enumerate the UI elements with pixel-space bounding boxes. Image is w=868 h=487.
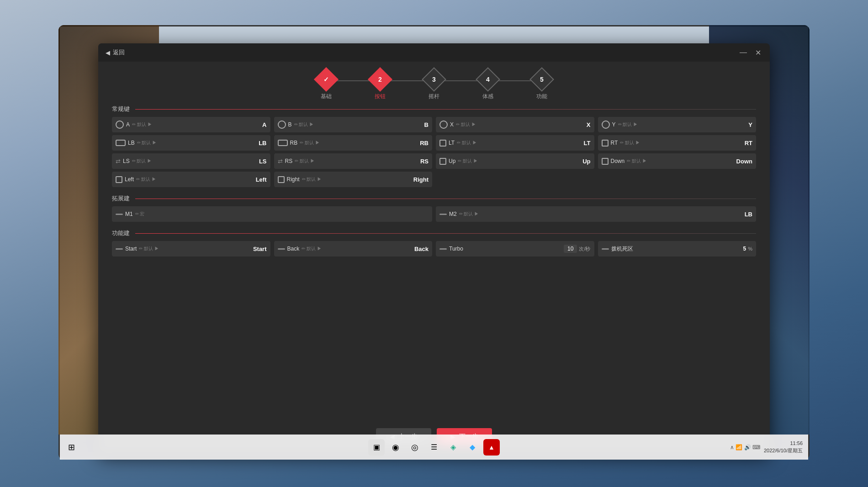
step-5-diamond: 5	[529, 67, 554, 92]
key-RB-edit[interactable]: ✏ 默认 ▶	[300, 140, 320, 146]
function-keys-header: 功能建	[112, 229, 756, 237]
key-Down-edit[interactable]: ✏ 默认 ▶	[627, 158, 647, 164]
taskbar: ⊞ ▣ ◉ ◎ ☰ ◈ ◆ ▲ ∧ 📶 🔊 ⌨ 11:56 2022/6/10/…	[60, 435, 808, 460]
key-B[interactable]: B ✏ 默认 ▶ B	[274, 117, 433, 132]
key-M2[interactable]: M2 ✏ 默认 ▶ LB	[436, 206, 756, 222]
key-RS-value: RS	[420, 158, 429, 165]
key-A[interactable]: A ✏ 默认 ▶ A	[112, 117, 270, 132]
key-Back-edit[interactable]: ✏ 默认 ▶	[302, 246, 322, 252]
key-Y-edit[interactable]: ✏ 默认 ▶	[618, 121, 638, 128]
key-RB[interactable]: RB ✏ 默认 ▶ RB	[274, 135, 433, 151]
key-A-value: A	[262, 121, 266, 128]
key-RB-value: RB	[420, 140, 429, 147]
regular-keys-title: 常规键	[112, 105, 135, 113]
step-3: 3 摇杆	[425, 71, 443, 100]
key-Right-name: Right	[287, 176, 300, 183]
key-Back-value: Back	[414, 246, 429, 252]
key-X-edit[interactable]: ✏ 默认 ▶	[456, 121, 476, 128]
key-deadzone[interactable]: 拨机死区 5 %	[598, 241, 757, 257]
function-keys-row: Start ✏ 默认 ▶ Start Back ✏ 默认 ▶ Back Turb…	[112, 241, 756, 257]
key-M1-edit[interactable]: ✏ 宏	[135, 211, 145, 217]
step-3-label: 摇杆	[429, 93, 439, 100]
stepper: ✓ 基础 2 按钮 3 摇杆 4 体感	[98, 62, 770, 105]
step-1: ✓ 基础	[318, 71, 335, 100]
key-RS-edit[interactable]: ✏ 默认 ▶	[295, 158, 315, 164]
key-Up[interactable]: Up ✏ 默认 ▶ Up	[436, 153, 594, 169]
step-4-label: 体感	[482, 93, 493, 100]
taskbar-icon-edge[interactable]: ◎	[407, 439, 423, 456]
key-Back[interactable]: Back ✏ 默认 ▶ Back	[274, 241, 433, 257]
taskbar-icon-app1[interactable]: ☰	[426, 439, 442, 456]
key-Up-icon	[439, 158, 446, 165]
key-M1[interactable]: M1 ✏ 宏	[112, 206, 432, 222]
key-X-icon	[439, 120, 448, 129]
taskbar-time: 11:56	[764, 440, 803, 447]
key-Up-name: Up	[449, 158, 455, 164]
key-Up-edit[interactable]: ✏ 默认 ▶	[458, 158, 478, 164]
key-Start[interactable]: Start ✏ 默认 ▶ Start	[112, 241, 270, 257]
function-keys-title: 功能建	[112, 229, 135, 237]
deadzone-control: 5 %	[743, 246, 752, 252]
ps-icon: ◆	[470, 443, 475, 451]
key-X[interactable]: X ✏ 默认 ▶ X	[436, 117, 594, 132]
key-RT-edit[interactable]: ✏ 默认 ▶	[620, 140, 640, 146]
taskbar-icon-app2[interactable]: ◈	[445, 439, 461, 456]
key-LB[interactable]: LB ✏ 默认 ▶ LB	[112, 135, 270, 151]
key-Right[interactable]: Right ✏ 默认 ▶ Right	[274, 172, 433, 187]
key-Left-name: Left	[125, 176, 134, 183]
key-Y-value: Y	[748, 121, 752, 128]
key-Y-name: Y	[612, 121, 616, 128]
extended-keys-line	[135, 199, 756, 199]
turbo-control: 10 次/秒	[564, 245, 590, 253]
key-LS-icon: ⇄	[116, 158, 121, 165]
taskbar-start[interactable]: ⊞	[60, 442, 83, 452]
taskbar-icon-ps[interactable]: ◆	[464, 439, 481, 456]
key-RT[interactable]: RT ✏ 默认 ▶ RT	[598, 135, 757, 151]
key-A-icon	[116, 120, 124, 129]
key-LS-edit[interactable]: ✏ 默认 ▶	[132, 158, 152, 164]
key-Left-edit[interactable]: ✏ 默认 ▶	[136, 176, 156, 183]
key-Left[interactable]: Left ✏ 默认 ▶ Left	[112, 172, 270, 187]
key-Down[interactable]: Down ✏ 默认 ▶ Down	[598, 153, 757, 169]
step-3-diamond: 3	[422, 67, 446, 92]
key-LS[interactable]: ⇄ LS ✏ 默认 ▶ LS	[112, 153, 270, 169]
extended-keys-title: 拓展建	[112, 194, 135, 203]
taskbar-icon-files[interactable]: ▣	[368, 439, 385, 456]
key-LT[interactable]: LT ✏ 默认 ▶ LT	[436, 135, 594, 151]
turbo-unit: 次/秒	[579, 246, 590, 252]
taskbar-icon-game[interactable]: ▲	[483, 439, 500, 456]
key-M2-edit[interactable]: ✏ 默认 ▶	[459, 211, 479, 217]
key-Turbo[interactable]: Turbo 10 次/秒	[436, 241, 594, 257]
connector-4	[497, 80, 533, 81]
key-Right-edit[interactable]: ✏ 默认 ▶	[302, 176, 322, 183]
key-Start-value: Start	[253, 246, 267, 252]
back-button[interactable]: ◀ 返回	[106, 48, 125, 57]
key-B-edit[interactable]: ✏ 默认 ▶	[294, 121, 314, 128]
key-Start-name: Start	[125, 246, 137, 252]
key-RS-name: RS	[285, 158, 293, 164]
key-Down-value: Down	[736, 158, 752, 165]
key-Back-name: Back	[287, 246, 300, 252]
key-Back-icon	[278, 248, 285, 250]
key-LT-edit[interactable]: ✏ 默认 ▶	[457, 140, 477, 146]
key-M2-name: M2	[449, 211, 457, 217]
connector-2	[389, 80, 425, 81]
key-Down-icon	[602, 158, 609, 165]
key-Right-icon	[278, 176, 285, 183]
minimize-button[interactable]: —	[739, 48, 748, 57]
key-Left-icon	[116, 176, 122, 183]
key-RT-value: RT	[745, 140, 752, 147]
extended-keys-section: 拓展建 M1 ✏ 宏 M2 ✏ 默认 ▶ LB	[112, 194, 756, 222]
key-Up-value: Up	[582, 158, 590, 165]
key-M1-name: M1	[125, 211, 133, 217]
key-Start-edit[interactable]: ✏ 默认 ▶	[139, 246, 159, 252]
key-Y[interactable]: Y ✏ 默认 ▶ Y	[598, 117, 757, 132]
taskbar-icon-chrome[interactable]: ◉	[387, 439, 404, 456]
key-LB-edit[interactable]: ✏ 默认 ▶	[137, 140, 157, 146]
key-Right-value: Right	[413, 176, 429, 183]
key-A-edit[interactable]: ✏ 默认 ▶	[132, 121, 152, 128]
key-RS[interactable]: ⇄ RS ✏ 默认 ▶ RS	[274, 153, 433, 169]
key-M2-icon	[439, 214, 447, 215]
close-button[interactable]: ✕	[753, 48, 762, 57]
connector-1	[335, 80, 371, 81]
